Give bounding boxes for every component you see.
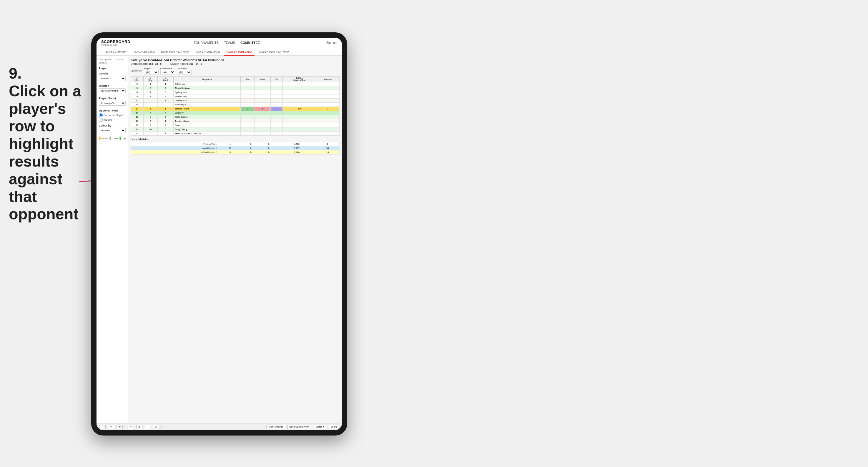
td-tie [271, 90, 282, 94]
cut-button[interactable]: ✂ [128, 425, 134, 429]
td-opponent: Esther Lee [174, 82, 241, 86]
subnav-team-h2h-heatmap[interactable]: TEAM H2H HEATMAP [158, 48, 192, 56]
ood-tie: 0 [260, 146, 278, 150]
table-row[interactable]: 20 11 7 Federica Domecq Lacroze [131, 131, 340, 136]
td-div: 6 [131, 90, 144, 94]
ood-diff: 4.500 [278, 142, 316, 146]
td-loss [254, 94, 271, 99]
left-panel: Last Updated: 27/03/2024 16:55:28 Player… [96, 56, 128, 423]
ood-row[interactable]: Foreign Team 1 0 0 4.500 2 [131, 142, 340, 146]
table-row[interactable]: 15 8 5 Stella Chang [131, 115, 340, 119]
td-loss [254, 127, 271, 131]
table-row[interactable]: 6 1 3 Sydney Kuo [131, 90, 340, 94]
col-tie: Tie [271, 76, 282, 82]
main-content: Last Updated: 27/03/2024 16:55:28 Player… [96, 56, 342, 423]
td-tie [271, 111, 282, 115]
col-reg: #Reg [143, 76, 157, 82]
table-row[interactable]: 5 2 2 Alexis Sudjianto [131, 86, 340, 90]
table-row[interactable]: 9 1 4 Sharon Mun [131, 94, 340, 99]
td-reg: 8 [143, 115, 157, 119]
td-div: 18 [131, 123, 144, 127]
subnav-player-h2h-grid[interactable]: PLAYER H2H GRID [224, 48, 255, 56]
subnav-team-h2h-grid[interactable]: TEAM H2H GRID [130, 48, 157, 56]
table-row[interactable]: 10 6 3 Andrea York [131, 99, 340, 103]
player-section-label: Player [99, 67, 126, 70]
td-conf: 6 [157, 127, 174, 131]
td-tie [271, 94, 282, 99]
colour-by-select[interactable]: Win/loss [99, 128, 126, 133]
subnav-player-h2h-heatmap[interactable]: PLAYER H2H HEATMAP [254, 48, 291, 56]
ood-row[interactable]: NAIA Division 1 15 0 0 9.267 30 [131, 146, 340, 150]
table-row[interactable]: 11 Heejo Hyun [131, 103, 340, 107]
ood-win: 5 [218, 150, 242, 155]
table-row[interactable]: 16 9 1 Jessica Mason [131, 119, 340, 123]
down-dot [99, 136, 101, 140]
table-row[interactable]: 18 2 2 Euna Lee [131, 123, 340, 127]
opponent-radio-played[interactable]: Opponents Played [99, 113, 126, 117]
td-reg: 1 [143, 94, 157, 99]
td-tie [271, 103, 282, 107]
sign-out[interactable]: Sign out [323, 41, 337, 44]
td-win [241, 99, 254, 103]
td-rounds [316, 127, 340, 131]
gender-select[interactable]: Women's [99, 76, 126, 81]
ood-label: NAIA Division 1 [131, 146, 218, 150]
td-diff [282, 111, 316, 115]
table-row-highlighted[interactable]: 13 1 1 Jessica Huang 0 1 0 -3.00 2 [131, 107, 340, 111]
subnav-player-summary[interactable]: PLAYER SUMMARY [192, 48, 224, 56]
table-header-row: #Div #Reg #Conf Opponent Win Loss Tie Di… [131, 76, 340, 82]
td-loss [254, 86, 271, 90]
td-win [241, 82, 254, 86]
grid-title: Katelyn Vo Head-to-Head Grid for Women's… [131, 58, 340, 62]
td-diff [282, 127, 316, 131]
td-rounds [316, 86, 340, 90]
td-win [241, 103, 254, 107]
save-custom-button[interactable]: Save Custom View [287, 425, 311, 429]
view-original-button[interactable]: View: Original [266, 425, 285, 429]
watch-button[interactable]: Watch ▾ [314, 425, 326, 429]
target-button[interactable]: ⊙ [153, 425, 159, 429]
nav-teams[interactable]: TEAMS [224, 41, 235, 44]
share-button[interactable]: Share [329, 425, 339, 429]
opponents-label: Opponents: [131, 69, 142, 72]
table-row[interactable]: 19 10 6 Emily Chang [131, 127, 340, 131]
conference-select[interactable]: (All) [160, 70, 175, 74]
region-select[interactable]: (All) [144, 70, 159, 74]
add-button[interactable]: ⊕ [136, 425, 143, 429]
subnav-team-summary[interactable]: TEAM SUMMARY [101, 48, 130, 56]
td-div: 20 [131, 131, 144, 136]
td-opponent: Eunice Yi [174, 111, 241, 115]
td-reg: 10 [143, 127, 157, 131]
td-loss [254, 111, 271, 115]
td-reg: 9 [143, 119, 157, 123]
table-row[interactable]: 14 7 4 Eunice Yi [131, 111, 340, 115]
td-loss [254, 90, 271, 94]
refresh-button[interactable]: ⟲ [117, 425, 123, 429]
opponent-select[interactable]: (All) [177, 70, 191, 74]
td-loss [254, 103, 271, 107]
nav-tournaments[interactable]: TOURNAMENTS [194, 41, 219, 44]
opponent-radio-top100[interactable]: Top 100 [99, 118, 126, 122]
up-dot [120, 136, 121, 140]
ood-tie: 0 [260, 142, 278, 146]
table-row[interactable]: 3 1 1 Esther Lee [131, 82, 340, 86]
td-win [241, 86, 254, 90]
col-div: #Div [131, 76, 144, 82]
opponent-filter: Opponent (All) [177, 67, 191, 74]
td-tie [271, 82, 282, 86]
redo-button[interactable]: ↪ [108, 425, 114, 429]
ood-diff: 9.267 [278, 146, 316, 150]
undo-button[interactable]: ↩ [99, 425, 105, 429]
region-filter: Region (All) [144, 67, 159, 74]
nav-committee[interactable]: COMMITTEE [240, 41, 260, 44]
sub-nav: TEAM SUMMARY TEAM H2H GRID TEAM H2H HEAT… [96, 48, 342, 56]
tablet-frame: SCOREBOARD Powered by clippi TOURNAMENTS… [91, 32, 347, 436]
td-tie [271, 99, 282, 103]
ood-row[interactable]: NCAA Division 2 5 0 0 7.400 10 [131, 150, 340, 155]
td-div: 11 [131, 103, 144, 107]
minus-button[interactable]: − [145, 425, 150, 429]
division-select[interactable]: NCAA Division III [99, 88, 126, 93]
player-rank-label: Player (Rank) [99, 97, 126, 100]
td-conf: 3 [157, 90, 174, 94]
player-rank-select[interactable]: 8. Katelyn Vo [99, 101, 126, 106]
